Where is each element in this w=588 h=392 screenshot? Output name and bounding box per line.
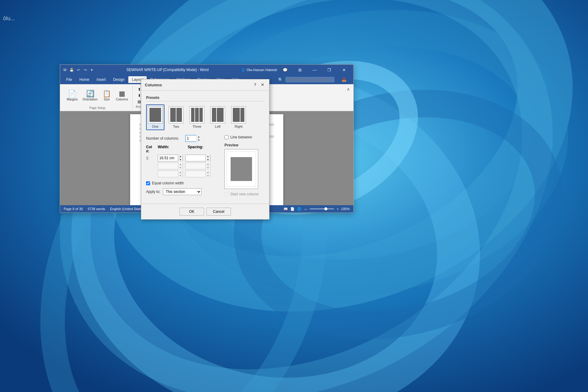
ws-row-2: ▲ ▼ ▲ ▼	[146, 163, 220, 169]
ribbon-group-page-setup: 📄 Margins 🔄 Orientation 📋 Size ▦	[62, 85, 133, 110]
preset-three-col-1	[191, 108, 194, 122]
view-print-icon[interactable]: 📄	[290, 207, 295, 211]
redo-button[interactable]: ↪	[83, 67, 88, 72]
dialog-left: Number of columns: ▲ ▼	[146, 135, 220, 199]
width-input-1[interactable]	[158, 155, 178, 161]
dialog-title-bar: Columns ? ✕	[141, 79, 269, 91]
width-spacing-header: Col #: Width: Spacing:	[146, 145, 220, 153]
view-read-icon[interactable]: 📖	[284, 207, 288, 211]
equal-col-width-label: Equal column width	[152, 181, 184, 185]
word-count: 5738 words	[88, 207, 105, 211]
ribbon-collapse-arrow[interactable]: ∧	[345, 85, 351, 110]
preview-text-block	[231, 157, 252, 181]
num-columns-input-box[interactable]: ▲ ▼	[185, 135, 201, 142]
dialog-title: Columns	[145, 83, 162, 87]
minimize-button[interactable]: —	[307, 65, 322, 75]
equal-col-width-checkbox[interactable]	[146, 181, 150, 185]
apply-to-label: Apply to:	[146, 190, 160, 194]
preset-two-button[interactable]: Two	[167, 104, 185, 130]
spacing-input-wrap-1[interactable]: ▲ ▼	[185, 155, 210, 161]
width-input-2	[158, 163, 178, 169]
margins-button[interactable]: 📄 Margins	[65, 89, 80, 102]
columns-icon: ▦	[119, 90, 125, 97]
spacing-input-wrap-3: ▲ ▼	[185, 171, 210, 177]
ribbon-search-input[interactable]	[285, 77, 334, 82]
spacing-spinner-3: ▲ ▼	[205, 171, 210, 177]
width-up-2: ▲	[178, 163, 183, 166]
zoom-slider[interactable]	[310, 208, 334, 209]
desktop-text: ōlu...	[3, 15, 15, 22]
tab-file[interactable]: File	[62, 76, 76, 83]
orientation-icon: 🔄	[86, 90, 94, 97]
orientation-button[interactable]: 🔄 Orientation	[81, 89, 100, 102]
line-between-row: Line between	[224, 135, 264, 139]
ok-button[interactable]: OK	[179, 208, 204, 216]
spacing-up-1[interactable]: ▲	[206, 155, 210, 158]
ws-row-1: 1: ▲ ▼	[146, 155, 220, 161]
tab-insert[interactable]: Insert	[93, 76, 109, 83]
zoom-level: 100%	[341, 207, 350, 211]
share-icon[interactable]: 📤	[337, 74, 351, 85]
apply-to-select[interactable]: This section Whole document This point f…	[163, 188, 202, 195]
num-columns-spinner: ▲ ▼	[196, 135, 201, 142]
language-info: English (United States)	[110, 207, 145, 211]
line-between-checkbox[interactable]	[224, 135, 228, 139]
start-new-col-checkbox[interactable]	[224, 192, 228, 196]
spacing-input-3	[186, 171, 205, 177]
dialog-close-button[interactable]: ✕	[259, 82, 266, 88]
preset-left-button[interactable]: Left	[209, 104, 227, 130]
dialog-title-icons: ? ✕	[252, 82, 266, 88]
desktop: ōlu... W 💾 ↩ ↪ ▾ SEMINAR WRITE-UP [Compa…	[0, 0, 588, 392]
spacing-down-1[interactable]: ▼	[206, 158, 210, 161]
spacing-up-2: ▲	[206, 163, 210, 166]
zoom-plus-icon[interactable]: +	[337, 207, 338, 211]
close-button[interactable]: ✕	[337, 65, 351, 75]
preset-two-icon	[169, 106, 183, 123]
width-input-wrap-1[interactable]: ▲ ▼	[158, 155, 183, 161]
undo-button[interactable]: ↩	[76, 67, 81, 72]
dialog-buttons: OK Cancel	[141, 204, 269, 219]
tab-home[interactable]: Home	[76, 76, 93, 83]
preview-footer	[227, 181, 256, 187]
dialog-main: Number of columns: ▲ ▼	[146, 135, 264, 199]
num-columns-label: Number of columns:	[146, 136, 183, 141]
columns-dialog[interactable]: Columns ? ✕ Presets One	[141, 79, 270, 220]
page-setup-buttons: 📄 Margins 🔄 Orientation 📋 Size ▦	[65, 85, 130, 106]
width-down-1[interactable]: ▼	[178, 158, 183, 161]
preset-right-button[interactable]: Right	[229, 104, 248, 130]
preset-three-button[interactable]: Three	[188, 104, 206, 130]
width-up-1[interactable]: ▲	[178, 155, 183, 158]
preset-left-icon	[210, 106, 225, 123]
preset-one-button[interactable]: One	[146, 104, 164, 130]
preview-box	[224, 149, 258, 189]
comments-icon[interactable]: 💬	[278, 65, 292, 75]
maximize-button[interactable]: ❐	[322, 65, 336, 75]
preset-right-label: Right	[235, 125, 243, 128]
tab-design[interactable]: Design	[109, 76, 128, 83]
save-button[interactable]: 💾	[69, 67, 74, 72]
margins-icon: 📄	[68, 90, 76, 97]
zoom-minus-icon[interactable]: —	[304, 207, 307, 211]
num-columns-up[interactable]: ▲	[197, 135, 201, 138]
columns-button[interactable]: ▦ Columns	[114, 89, 130, 102]
preset-two-label: Two	[173, 125, 179, 128]
num-columns-down[interactable]: ▼	[197, 138, 201, 142]
num-columns-input[interactable]	[186, 135, 196, 141]
width-spinner-3: ▲ ▼	[178, 171, 183, 177]
size-button[interactable]: 📋 Size	[101, 89, 113, 102]
spacing-input-wrap-2: ▲ ▼	[185, 163, 210, 169]
ribbon-toggle-icon[interactable]: ⊞	[293, 65, 307, 75]
dialog-help-button[interactable]: ?	[252, 82, 258, 88]
width-up-3: ▲	[178, 171, 183, 174]
preset-three-icon	[190, 106, 204, 123]
view-web-icon[interactable]: 🌐	[297, 207, 301, 211]
start-new-col-row: Start new column	[224, 192, 264, 196]
spacing-input-2	[186, 163, 205, 169]
width-down-2: ▼	[178, 166, 183, 169]
spacing-down-2: ▼	[206, 166, 210, 169]
preset-three-label: Three	[193, 125, 202, 128]
zoom-thumb	[324, 207, 327, 210]
cancel-button[interactable]: Cancel	[206, 208, 231, 216]
spacing-input-1[interactable]	[186, 155, 205, 161]
quick-access-dropdown[interactable]: ▾	[89, 67, 94, 72]
